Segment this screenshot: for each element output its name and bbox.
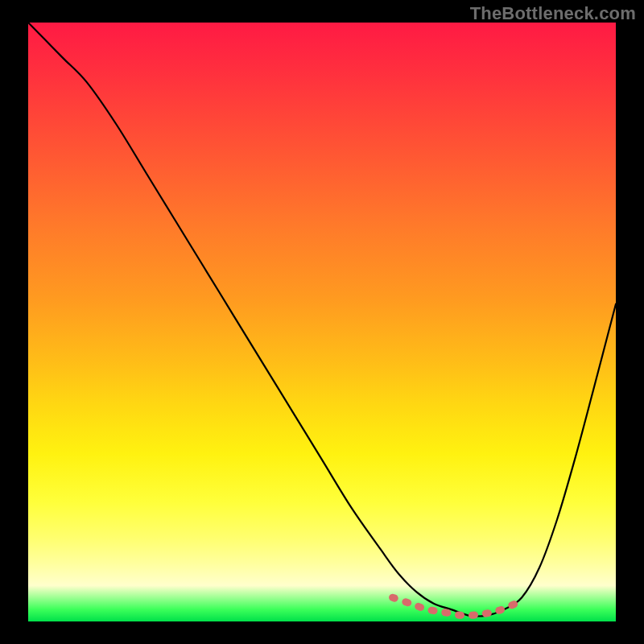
chart-frame: TheBottleneck.com	[0, 0, 644, 644]
optimal-range-highlight	[28, 23, 616, 621]
plot-area	[28, 23, 616, 621]
watermark-text: TheBottleneck.com	[470, 3, 636, 24]
